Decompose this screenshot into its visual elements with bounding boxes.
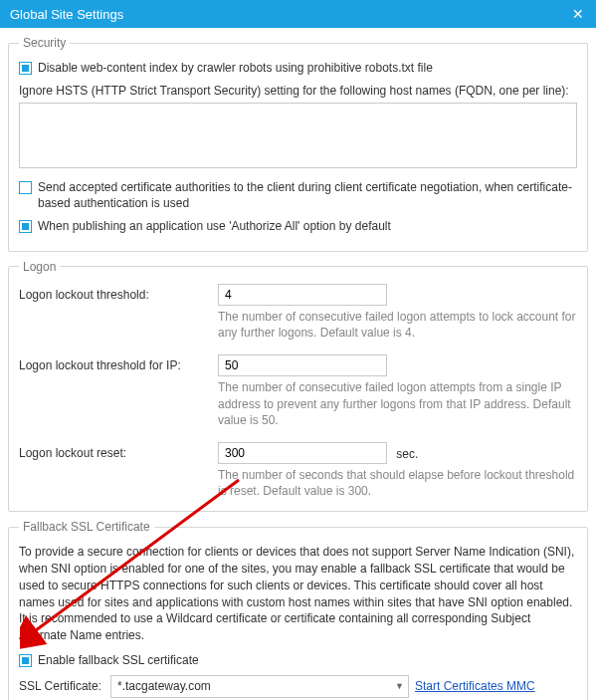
lockout-threshold-label: Logon lockout threshold: — [19, 284, 208, 302]
lockout-reset-label: Logon lockout reset: — [19, 442, 208, 460]
lockout-threshold-ip-label: Logon lockout threshold for IP: — [19, 354, 208, 372]
ssl-certificate-value: *.tacgateway.com — [117, 679, 211, 693]
lockout-threshold-ip-desc: The number of consecutive failed logon a… — [218, 379, 577, 428]
ssl-certificate-label: SSL Certificate: — [19, 679, 104, 693]
send-ca-checkbox[interactable] — [19, 181, 32, 194]
lockout-reset-input[interactable] — [218, 442, 387, 464]
enable-fallback-label: Enable fallback SSL certificate — [38, 652, 199, 669]
lockout-threshold-desc: The number of consecutive failed logon a… — [218, 309, 577, 341]
window-title: Global Site Settings — [10, 7, 123, 22]
disable-index-label: Disable web-content index by crawler rob… — [38, 60, 433, 77]
send-ca-label: Send accepted certificate authorities to… — [38, 179, 577, 213]
lockout-reset-unit: sec. — [396, 447, 418, 461]
logon-group: Logon Logon lockout threshold: The numbe… — [8, 260, 588, 512]
hsts-textarea[interactable] — [19, 103, 577, 168]
chevron-down-icon: ▼ — [395, 681, 404, 691]
lockout-threshold-input[interactable] — [218, 284, 387, 306]
security-legend: Security — [19, 36, 70, 50]
ssl-certificate-dropdown[interactable]: *.tacgateway.com ▼ — [110, 675, 409, 698]
disable-index-checkbox[interactable] — [19, 62, 32, 75]
authorize-all-checkbox[interactable] — [19, 220, 32, 233]
authorize-all-label: When publishing an application use 'Auth… — [38, 218, 391, 235]
fallback-legend: Fallback SSL Certificate — [19, 520, 154, 534]
fallback-group: Fallback SSL Certificate To provide a se… — [8, 520, 588, 700]
hsts-label: Ignore HSTS (HTTP Strict Transport Secur… — [19, 83, 577, 100]
titlebar: Global Site Settings ✕ — [0, 0, 596, 28]
lockout-reset-desc: The number of seconds that should elapse… — [218, 467, 577, 499]
close-icon[interactable]: ✕ — [568, 6, 588, 22]
lockout-threshold-ip-input[interactable] — [218, 354, 387, 376]
start-certificates-mmc-link[interactable]: Start Certificates MMC — [415, 679, 535, 693]
fallback-description: To provide a secure connection for clien… — [19, 544, 577, 644]
security-group: Security Disable web-content index by cr… — [8, 36, 588, 252]
logon-legend: Logon — [19, 260, 60, 274]
enable-fallback-checkbox[interactable] — [19, 654, 32, 667]
